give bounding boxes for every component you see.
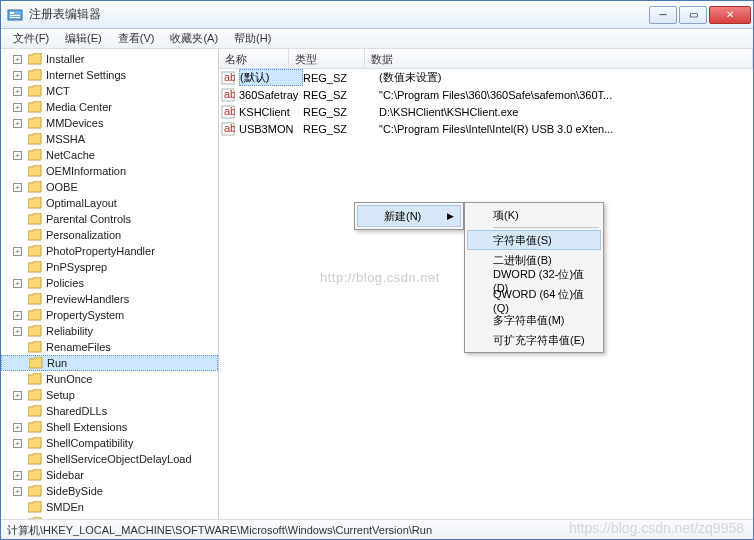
tree-item-smden[interactable]: SMDEn — [1, 499, 218, 515]
tree-item-mmdevices[interactable]: +MMDevices — [1, 115, 218, 131]
expand-toggle-icon[interactable]: + — [13, 279, 22, 288]
tree-item-shareddlls[interactable]: SharedDLLs — [1, 403, 218, 419]
tree-item-sidebyside[interactable]: +SideBySide — [1, 483, 218, 499]
value-type: REG_SZ — [303, 72, 379, 84]
expand-toggle-icon[interactable]: + — [13, 423, 22, 432]
expand-toggle-icon[interactable]: + — [13, 311, 22, 320]
context-submenu-new[interactable]: 项(K)字符串值(S)二进制值(B)DWORD (32-位)值(D)QWORD … — [464, 202, 604, 353]
value-row[interactable]: ab360SafetrayREG_SZ"C:\Program Files\360… — [219, 86, 753, 103]
col-header-type[interactable]: 类型 — [289, 49, 365, 68]
tree-item-internet-settings[interactable]: +Internet Settings — [1, 67, 218, 83]
tree-item-netcache[interactable]: +NetCache — [1, 147, 218, 163]
tree-item-oeminformation[interactable]: OEMInformation — [1, 163, 218, 179]
tree-item-photopropertyhandler[interactable]: +PhotoPropertyHandler — [1, 243, 218, 259]
col-header-name[interactable]: 名称 — [219, 49, 289, 68]
tree-item-media-center[interactable]: +Media Center — [1, 99, 218, 115]
expand-toggle-icon[interactable]: + — [13, 119, 22, 128]
tree-item-mssha[interactable]: MSSHA — [1, 131, 218, 147]
expand-toggle-icon[interactable]: + — [13, 439, 22, 448]
expand-toggle-icon[interactable]: + — [13, 183, 22, 192]
tree-item-reliability[interactable]: +Reliability — [1, 323, 218, 339]
expand-toggle-icon[interactable]: + — [13, 487, 22, 496]
context-item[interactable]: 字符串值(S) — [467, 230, 601, 250]
folder-icon — [28, 213, 42, 225]
folder-icon — [28, 85, 42, 97]
tree-item-policies[interactable]: +Policies — [1, 275, 218, 291]
tree-item-oobe[interactable]: +OOBE — [1, 179, 218, 195]
menu-separator — [493, 227, 599, 228]
folder-icon — [29, 357, 43, 369]
value-row[interactable]: abKSHClientREG_SZD:\KSHClient\KSHClient.… — [219, 103, 753, 120]
tree-item-label: PreviewHandlers — [46, 292, 129, 306]
titlebar[interactable]: 注册表编辑器 ─ ▭ ✕ — [1, 1, 753, 29]
svg-rect-1 — [10, 12, 14, 14]
tree-item-optimallayout[interactable]: OptimalLayout — [1, 195, 218, 211]
tree-item-label: Setup — [46, 388, 75, 402]
tree-item-installer[interactable]: +Installer — [1, 51, 218, 67]
context-item[interactable]: 项(K) — [467, 205, 601, 225]
tree-item-runonce[interactable]: RunOnce — [1, 371, 218, 387]
col-header-data[interactable]: 数据 — [365, 49, 753, 68]
tree-item-label: OptimalLayout — [46, 196, 117, 210]
folder-icon — [28, 437, 42, 449]
menu-help[interactable]: 帮助(H) — [226, 31, 279, 46]
string-value-icon: ab — [221, 71, 235, 85]
tree-item-label: SMDEn — [46, 500, 84, 514]
value-data: "C:\Program Files\360\360Safe\safemon\36… — [379, 89, 753, 101]
expand-toggle-icon[interactable]: + — [13, 327, 22, 336]
expand-toggle-icon[interactable]: + — [13, 55, 22, 64]
value-type: REG_SZ — [303, 106, 379, 118]
folder-icon — [28, 229, 42, 241]
tree-item-mct[interactable]: +MCT — [1, 83, 218, 99]
tree-item-sidebar[interactable]: +Sidebar — [1, 467, 218, 483]
tree-item-personalization[interactable]: Personalization — [1, 227, 218, 243]
tree-item-run[interactable]: Run — [1, 355, 218, 371]
expand-toggle-icon[interactable]: + — [13, 247, 22, 256]
tree-item-label: Shell Extensions — [46, 420, 127, 434]
tree-item-propertysystem[interactable]: +PropertySystem — [1, 307, 218, 323]
folder-icon — [28, 453, 42, 465]
folder-icon — [28, 149, 42, 161]
tree-pane[interactable]: +Installer+Internet Settings+MCT+Media C… — [1, 49, 219, 519]
tree-item-previewhandlers[interactable]: PreviewHandlers — [1, 291, 218, 307]
tree-item-shellserviceobjectdelayload[interactable]: ShellServiceObjectDelayLoad — [1, 451, 218, 467]
tree-item-label: Personalization — [46, 228, 121, 242]
menu-file[interactable]: 文件(F) — [5, 31, 57, 46]
context-item-new[interactable]: 新建(N) ▶ — [357, 205, 461, 227]
expand-toggle-icon[interactable]: + — [13, 87, 22, 96]
expand-toggle-icon[interactable]: + — [13, 103, 22, 112]
expand-toggle-icon[interactable]: + — [13, 71, 22, 80]
tree-item-setup[interactable]: +Setup — [1, 387, 218, 403]
tree-item-label: Installer — [46, 52, 85, 66]
folder-icon — [28, 373, 42, 385]
tree-item-shellcompatibility[interactable]: +ShellCompatibility — [1, 435, 218, 451]
value-row[interactable]: abUSB3MONREG_SZ"C:\Program Files\Intel\I… — [219, 120, 753, 137]
svg-text:ab: ab — [224, 71, 235, 83]
expand-toggle-icon[interactable]: + — [13, 471, 22, 480]
context-item[interactable]: QWORD (64 位)值(Q) — [467, 290, 601, 310]
svg-text:ab: ab — [224, 88, 235, 100]
tree-item-parental-controls[interactable]: Parental Controls — [1, 211, 218, 227]
tree-item-renamefiles[interactable]: RenameFiles — [1, 339, 218, 355]
expand-toggle-icon[interactable]: + — [13, 151, 22, 160]
tree-item-pnpsysprep[interactable]: PnPSysprep — [1, 259, 218, 275]
tree-item-label: PhotoPropertyHandler — [46, 244, 155, 258]
menu-favorites[interactable]: 收藏夹(A) — [162, 31, 226, 46]
menu-edit[interactable]: 编辑(E) — [57, 31, 110, 46]
svg-text:ab: ab — [224, 122, 235, 134]
tree-item-label: Parental Controls — [46, 212, 131, 226]
maximize-button[interactable]: ▭ — [679, 6, 707, 24]
tree-item-label: Media Center — [46, 100, 112, 114]
minimize-button[interactable]: ─ — [649, 6, 677, 24]
context-menu-new[interactable]: 新建(N) ▶ — [354, 202, 464, 230]
menu-view[interactable]: 查看(V) — [110, 31, 163, 46]
context-item[interactable]: 可扩充字符串值(E) — [467, 330, 601, 350]
expand-toggle-icon[interactable]: + — [13, 391, 22, 400]
tree-item-shell-extensions[interactable]: +Shell Extensions — [1, 419, 218, 435]
folder-icon — [28, 197, 42, 209]
folder-icon — [28, 261, 42, 273]
folder-icon — [28, 325, 42, 337]
close-button[interactable]: ✕ — [709, 6, 751, 24]
value-row[interactable]: ab(默认)REG_SZ(数值未设置) — [219, 69, 753, 86]
value-type: REG_SZ — [303, 89, 379, 101]
